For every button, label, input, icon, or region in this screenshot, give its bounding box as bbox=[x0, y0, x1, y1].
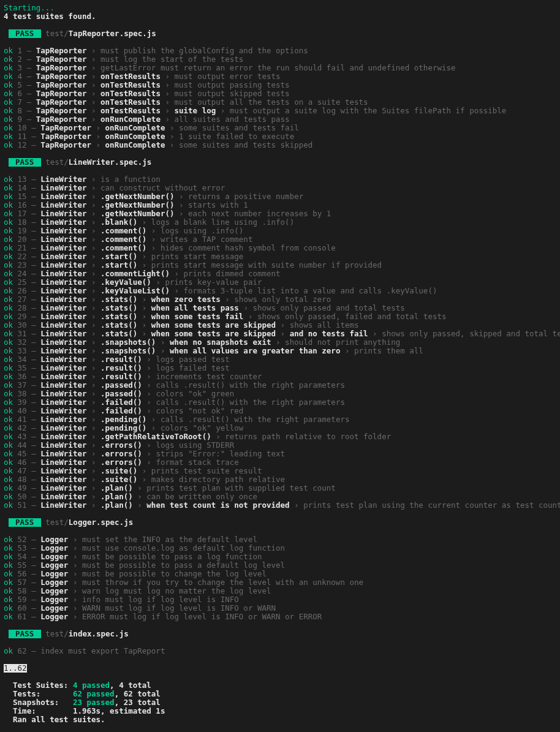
path-segment: LineWriter bbox=[40, 346, 86, 355]
ok-token: ok bbox=[4, 535, 13, 544]
test-number: 36 bbox=[13, 372, 27, 381]
test-row: ok 39 – LineWriter › .failed() › calls .… bbox=[4, 398, 556, 407]
test-desc: ERROR must log if log level is INFO or W… bbox=[82, 612, 322, 621]
suite-filename: Logger.spec.js bbox=[69, 518, 133, 527]
test-desc: must be possible to change the log level bbox=[82, 569, 267, 578]
arrow-token: › bbox=[142, 406, 156, 415]
ok-token: ok bbox=[4, 320, 13, 330]
ok-token: ok bbox=[4, 63, 13, 72]
test-row: ok 8 – TapReporter › onTestResults › sui… bbox=[4, 107, 556, 115]
arrow-token: › bbox=[165, 123, 179, 132]
arrow-token: › bbox=[174, 209, 188, 218]
test-number: 49 bbox=[13, 483, 27, 492]
test-desc: can be written only once bbox=[146, 492, 257, 501]
ok-token: ok bbox=[4, 363, 13, 372]
test-desc: must log the start of the tests bbox=[100, 55, 243, 64]
arrow-token: › bbox=[86, 483, 100, 492]
arrow-token: › bbox=[239, 303, 253, 312]
arrow-token: › bbox=[161, 89, 175, 98]
test-number: 59 bbox=[13, 595, 27, 604]
path-segment: onTestResults bbox=[100, 89, 161, 98]
arrow-token: › bbox=[133, 500, 147, 510]
test-desc: must throw if you try to change the leve… bbox=[82, 578, 363, 587]
test-number: 16 bbox=[13, 200, 27, 209]
test-desc: prints test plan using the current count… bbox=[303, 500, 560, 510]
summary-rest: , 23 total bbox=[115, 698, 161, 707]
test-row: ok 13 – LineWriter › is a function bbox=[4, 175, 556, 184]
dash-token: – bbox=[27, 363, 41, 372]
test-desc: strips "Error:" leading text bbox=[156, 449, 285, 458]
ok-token: ok bbox=[4, 432, 13, 441]
test-row: ok 56 – Logger › must be possible to cha… bbox=[4, 570, 556, 578]
test-row: ok 22 – LineWriter › .start() › prints s… bbox=[4, 252, 556, 261]
test-row: ok 42 – LineWriter › .pending() › colors… bbox=[4, 424, 556, 432]
test-number: 22 bbox=[13, 252, 27, 261]
test-desc: shows only total zero bbox=[234, 295, 331, 304]
path-segment: .blank() bbox=[100, 217, 137, 227]
dash-token: – bbox=[27, 372, 41, 381]
arrow-token: › bbox=[86, 389, 100, 398]
test-number: 47 bbox=[13, 466, 27, 475]
arrow-token: › bbox=[86, 458, 100, 467]
dash-token: – bbox=[27, 466, 41, 475]
dash-token: – bbox=[27, 277, 41, 287]
test-row: ok 17 – LineWriter › .getNextNumber() › … bbox=[4, 209, 556, 218]
path-segment: LineWriter bbox=[40, 500, 86, 510]
arrow-token: › bbox=[146, 415, 161, 424]
path-segment: TapReporter bbox=[36, 63, 87, 72]
arrow-token: › bbox=[156, 346, 170, 355]
dash-token: – bbox=[22, 89, 36, 98]
test-number: 29 bbox=[13, 312, 27, 321]
test-number: 4 bbox=[13, 72, 22, 81]
test-row: ok 58 – Logger › warn log must log no ma… bbox=[4, 587, 556, 595]
arrow-token: › bbox=[137, 303, 151, 312]
dash-token: – bbox=[27, 123, 41, 132]
path-segment: LineWriter bbox=[40, 458, 86, 467]
test-number: 10 bbox=[13, 123, 27, 132]
dash-token: – bbox=[27, 603, 41, 613]
path-segment: LineWriter bbox=[40, 398, 86, 407]
test-row: ok 23 – LineWriter › .start() › prints s… bbox=[4, 261, 556, 270]
path-segment: .start() bbox=[100, 260, 137, 270]
dash-token: – bbox=[27, 432, 41, 441]
path-segment: LineWriter bbox=[40, 423, 86, 432]
test-row: ok 6 – TapReporter › onTestResults › mus… bbox=[4, 89, 556, 98]
test-path-prefix: test/ bbox=[41, 29, 69, 38]
test-row: ok 38 – LineWriter › .passed() › colors … bbox=[4, 390, 556, 398]
test-row: ok 9 – TapReporter › onRunComplete › all… bbox=[4, 115, 556, 124]
ok-token: ok bbox=[4, 398, 13, 407]
test-desc: prints test suite result bbox=[151, 466, 262, 475]
arrow-token: › bbox=[161, 115, 175, 124]
ok-token: ok bbox=[4, 115, 13, 124]
test-row: ok 55 – Logger › must be possible to pas… bbox=[4, 561, 556, 570]
test-number: 26 bbox=[13, 286, 27, 295]
path-segment: .passed() bbox=[100, 380, 142, 390]
test-desc: can construct without error bbox=[100, 183, 225, 192]
arrow-token: › bbox=[340, 346, 354, 355]
dash-token: – bbox=[27, 175, 41, 184]
path-segment: .plan() bbox=[100, 483, 133, 492]
ok-token: ok bbox=[4, 97, 13, 107]
test-number: 34 bbox=[13, 355, 27, 364]
summary-pass: 4 passed bbox=[73, 681, 110, 690]
test-number: 13 bbox=[13, 175, 27, 184]
test-number: 44 bbox=[13, 440, 27, 450]
path-segment: .getNextNumber() bbox=[100, 200, 174, 209]
dash-token: – bbox=[27, 329, 41, 338]
test-number: 42 bbox=[13, 423, 27, 432]
ok-token: ok bbox=[4, 466, 13, 475]
arrow-token: › bbox=[86, 449, 100, 458]
test-row: ok 49 – LineWriter › .plan() › prints te… bbox=[4, 484, 556, 492]
path-segment: LineWriter bbox=[40, 200, 86, 209]
arrow-token: › bbox=[146, 226, 161, 235]
test-number: 48 bbox=[13, 475, 27, 484]
path-segment: .failed() bbox=[100, 398, 142, 407]
path-segment: onRunComplete bbox=[105, 140, 165, 149]
test-path-prefix: test/ bbox=[41, 157, 69, 167]
path-segment: .start() bbox=[100, 252, 137, 261]
test-desc: must be possible to pass a default log l… bbox=[82, 560, 285, 570]
path-segment: .stats() bbox=[100, 303, 137, 312]
path-segment: .comment() bbox=[100, 235, 146, 244]
path-segment: Logger bbox=[40, 569, 68, 578]
path-segment: .result() bbox=[100, 355, 142, 364]
